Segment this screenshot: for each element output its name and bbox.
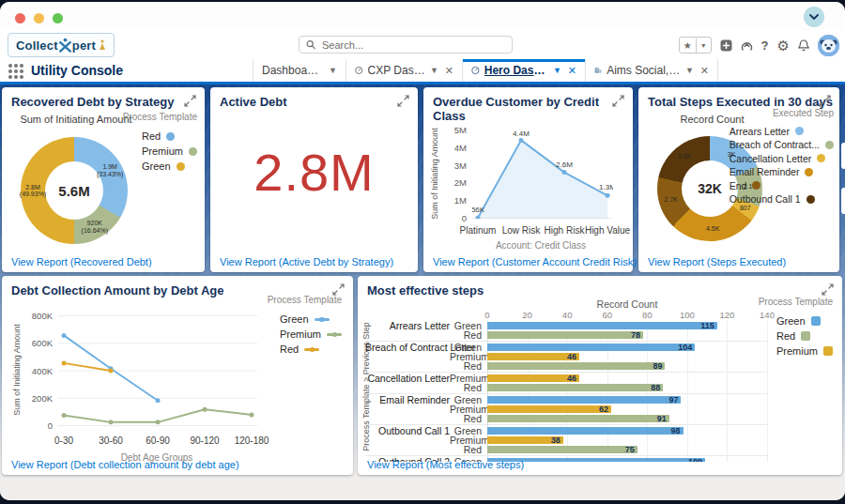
donut-chart[interactable]: 5.6M 1.9M(33.43%)920K(16.64%)2.8M(49.93%… [21, 137, 128, 244]
tab-hero-dashboard[interactable]: Hero Dashboard ▼ ✕ [462, 59, 585, 82]
bar-axis-title: Record Count [487, 298, 767, 310]
view-report-link[interactable]: View Report (Recovered Debt) [11, 256, 152, 267]
expand-panel-button[interactable] [397, 95, 409, 107]
view-report-link[interactable]: View Report (Most effective steps) [367, 459, 524, 470]
panel-overdue-customer: Overdue Customer by Credit Class Sum of … [423, 87, 633, 272]
legend-item: Green [776, 315, 833, 327]
bar-axis-ticks: 020406080100120140 [365, 310, 778, 319]
axis-tick-label: 400K [32, 366, 53, 376]
slice-label: 3.6K [678, 154, 691, 161]
y-axis-ticks: 800K600K400K200K0 [24, 311, 53, 431]
panel-debt-age: Debt Collection Amount by Debt Age Sum o… [2, 276, 353, 475]
chevron-down-icon[interactable]: ▼ [553, 66, 561, 75]
axis-tick-label: High Risk [545, 225, 585, 236]
clipped-panel-sliver [841, 188, 845, 214]
chevron-down-icon[interactable]: ▼ [430, 66, 438, 75]
svg-text:2.6M: 2.6M [556, 160, 573, 169]
y-axis-label: Sum of Initiating Amount [12, 324, 22, 416]
clipped-panel-sliver [841, 143, 845, 169]
expand-panel-button[interactable] [819, 95, 831, 107]
avatar[interactable] [818, 35, 839, 56]
axis-tick-label: 1M [454, 195, 467, 206]
logo-x-figure-icon [59, 38, 71, 53]
bar[interactable]: 104 [487, 344, 695, 352]
svg-text:56K: 56K [472, 206, 485, 214]
line-chart-canvas[interactable]: 56K4.4M2.6M1.3M [472, 130, 613, 219]
legend-item: Arrears Letter [730, 126, 834, 137]
setup-button[interactable]: ⚙ [777, 39, 790, 52]
chart-legend: Executed Step Arrears LetterBreach of Co… [730, 108, 834, 205]
notifications-button[interactable] [798, 39, 809, 52]
legend-item: Red [776, 330, 833, 342]
search-input[interactable] [320, 38, 505, 52]
panel-title: Total Steps Executed in 30 days [648, 95, 833, 109]
close-tab-icon[interactable]: ✕ [443, 65, 453, 77]
bar-row: Red78 [365, 330, 778, 340]
panel-effective-steps: Most effective steps Process Template > … [358, 276, 842, 475]
axis-tick-label: 120 [719, 310, 734, 320]
console-navigation: Utility Console Dashboards ▼ CXP Dashboa… [0, 59, 845, 82]
view-report-link[interactable]: View Report (Debt collection amount by d… [11, 459, 239, 470]
bar[interactable]: 46 [487, 353, 579, 361]
favorites-chevron-icon: ▼ [696, 38, 711, 53]
bar[interactable]: 78 [487, 331, 643, 340]
dashboard-icon [355, 65, 363, 76]
view-report-link[interactable]: View Report (Customer Account Credit Ris… [433, 256, 637, 267]
tab-cxp-dashboard[interactable]: CXP Dashboard ▼ ✕ [346, 59, 462, 82]
minimize-window-button[interactable] [34, 13, 44, 23]
expand-panel-button[interactable] [822, 283, 834, 296]
close-tab-icon[interactable]: ✕ [699, 65, 709, 77]
x-axis-caption: Account: Credit Class [461, 240, 621, 251]
legend-item: Premium [142, 145, 197, 157]
axis-tick-label: 600K [32, 338, 53, 348]
axis-tick-label: 40 [562, 310, 573, 320]
help-button[interactable]: ? [761, 39, 769, 52]
app-name: Utility Console [31, 59, 123, 82]
legend-item: Cancellation Letter [730, 153, 834, 164]
legend-item: Red [142, 130, 197, 142]
bar[interactable]: 91 [487, 415, 669, 423]
expand-icon [184, 95, 196, 107]
app-launcher-icon[interactable] [8, 64, 23, 79]
close-window-button[interactable] [15, 13, 25, 23]
company-icon [594, 65, 602, 76]
donut-total: 5.6M [58, 183, 89, 199]
bar[interactable]: 89 [487, 362, 665, 371]
bar[interactable]: 38 [487, 436, 563, 445]
bar[interactable]: 88 [487, 384, 663, 392]
favorites-button[interactable]: ★ ▼ [679, 37, 712, 53]
view-report-link[interactable]: View Report (Active Debt by Strategy) [220, 256, 393, 267]
bar[interactable]: 115 [487, 322, 717, 330]
guidance-center-button[interactable] [741, 39, 753, 52]
line-chart-canvas[interactable] [58, 315, 257, 426]
bar-row: Premium38 [365, 435, 778, 445]
axis-tick-label: 0 [48, 420, 53, 431]
chevron-down-icon[interactable]: ▼ [329, 66, 337, 75]
y-axis-ticks: 5M4M3M2M1M0 [442, 125, 467, 223]
logo-person-icon [99, 39, 106, 51]
tab-aims-social[interactable]: Aims Social, Inc. | A... ▼ ✕ [585, 59, 718, 82]
chevron-down-icon[interactable]: ▼ [685, 66, 694, 75]
axis-tick-label: 4M [454, 143, 467, 153]
panel-recovered-debt: Recovered Debt by Strategy Sum of Initia… [2, 87, 205, 272]
tab-dashboards[interactable]: Dashboards ▼ [253, 59, 346, 82]
logo-text-collect: Collect [16, 38, 58, 53]
bar-chart-rows[interactable]: Arrears LetterGreen115Red78Breach of Con… [365, 321, 778, 462]
slice-label: 2.7K [665, 197, 678, 205]
axis-tick-label: 3M [454, 160, 467, 171]
bar[interactable]: 62 [487, 405, 611, 414]
bar[interactable]: 98 [487, 427, 684, 435]
expand-icon [822, 283, 834, 296]
close-tab-icon[interactable]: ✕ [566, 65, 576, 77]
bar[interactable]: 46 [487, 374, 579, 383]
bar[interactable]: 97 [487, 396, 681, 405]
zoom-window-button[interactable] [53, 13, 63, 23]
view-report-link[interactable]: View Report (Steps Executed) [648, 256, 786, 267]
global-actions-button[interactable] [720, 39, 732, 52]
collapse-toolbar-button[interactable] [804, 7, 824, 27]
expand-panel-button[interactable] [184, 95, 196, 107]
expand-panel-button[interactable] [612, 95, 624, 107]
bar[interactable]: 75 [487, 446, 638, 454]
legend-title: Executed Step [773, 108, 834, 118]
expand-icon [819, 95, 831, 107]
